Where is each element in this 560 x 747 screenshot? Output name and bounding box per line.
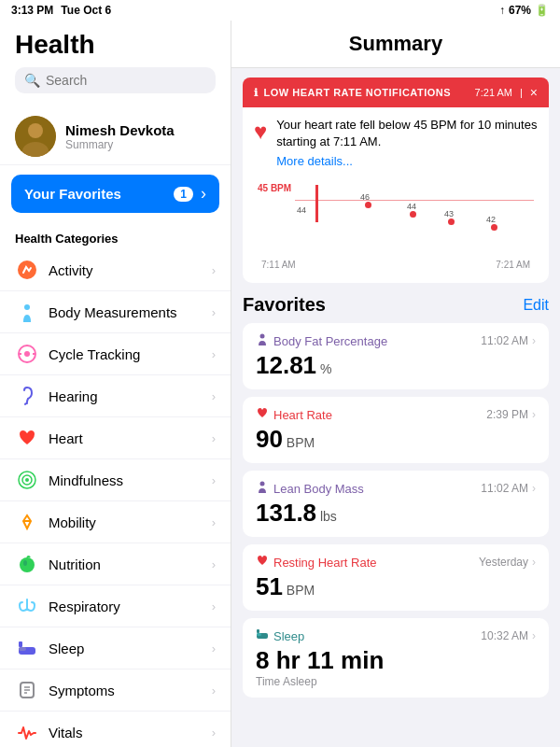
metric-chevron: ›	[532, 556, 536, 569]
profile-subtitle: Summary	[65, 138, 175, 151]
svg-point-13	[23, 560, 27, 566]
category-chevron: ›	[212, 305, 216, 319]
category-icon	[15, 552, 39, 576]
categories-section-label: Health Categories	[0, 222, 231, 249]
category-item-hearing[interactable]: Hearing ›	[0, 375, 231, 417]
metric-time: 11:02 AM	[481, 334, 528, 347]
status-time: 3:13 PM	[11, 4, 53, 17]
battery-icon: 🔋	[535, 4, 549, 17]
metric-card-sleep[interactable]: Sleep 10:32 AM › 8 hr 11 min Time Asleep	[243, 618, 549, 698]
chart-threshold-line	[295, 200, 534, 201]
metric-chevron: ›	[532, 629, 536, 642]
favorites-header: Favorites Edit	[243, 294, 549, 316]
category-chevron: ›	[212, 599, 216, 613]
category-item-nutrition[interactable]: Nutrition ›	[0, 543, 231, 585]
category-name: Respiratory	[49, 599, 120, 614]
category-icon	[15, 468, 39, 492]
category-item-heart[interactable]: Heart ›	[0, 417, 231, 459]
alert-warning-icon: ℹ	[254, 87, 259, 99]
metric-name: Sleep	[273, 629, 304, 643]
status-date: Tue Oct 6	[61, 4, 111, 17]
category-name: Symptoms	[49, 683, 115, 698]
search-input[interactable]	[46, 73, 209, 88]
svg-rect-28	[257, 629, 259, 633]
chart-time-labels: 7:11 AM 7:21 AM	[254, 260, 538, 270]
metric-card-resting-heart-rate[interactable]: Resting Heart Rate Yesterday › 51 BPM	[243, 544, 549, 611]
search-box[interactable]: 🔍	[15, 67, 216, 93]
edit-button[interactable]: Edit	[523, 297, 549, 314]
metric-card-heart-rate[interactable]: Heart Rate 2:39 PM › 90 BPM	[243, 397, 549, 463]
metric-card-lean-body-mass[interactable]: Lean Body Mass 11:02 AM › 131.8 lbs	[243, 471, 549, 537]
category-item-mobility[interactable]: Mobility ›	[0, 501, 231, 543]
alert-message: Your heart rate fell below 45 BPM for 10…	[276, 117, 538, 150]
category-icon	[15, 342, 39, 366]
sidebar-header: Health 🔍	[0, 21, 231, 108]
metric-card-body-fat-percentage[interactable]: Body Fat Percentage 11:02 AM › 12.81 %	[243, 323, 549, 389]
category-item-body-measurements[interactable]: Body Measurements ›	[0, 291, 231, 333]
metric-sub: Time Asleep	[256, 675, 536, 688]
category-item-symptoms[interactable]: Symptoms ›	[0, 669, 231, 712]
metric-icon-body-fat-percentage	[256, 332, 269, 349]
categories-list: Activity › Body Measurements › Cycle Tra…	[0, 249, 231, 747]
category-item-cycle-tracking[interactable]: Cycle Tracking ›	[0, 333, 231, 375]
metric-unit: BPM	[283, 583, 315, 598]
location-icon: ↑	[499, 4, 505, 17]
metric-name: Resting Heart Rate	[273, 556, 377, 570]
favorites-chevron: ›	[201, 184, 206, 204]
category-name: Activity	[49, 262, 93, 278]
chart-dot-43	[448, 218, 455, 225]
more-details-link[interactable]: More details...	[276, 154, 538, 168]
category-chevron: ›	[212, 684, 216, 698]
category-name: Heart	[49, 430, 83, 446]
category-chevron: ›	[212, 431, 216, 445]
category-item-activity[interactable]: Activity ›	[0, 249, 231, 291]
svg-rect-16	[19, 641, 22, 647]
right-panel-title: Summary	[246, 32, 545, 56]
metric-unit: lbs	[316, 509, 337, 524]
svg-rect-15	[19, 647, 26, 651]
metric-value: 90	[256, 425, 283, 453]
profile-row[interactable]: Nimesh Devkota Summary	[0, 108, 231, 165]
category-item-mindfulness[interactable]: Mindfulness ›	[0, 459, 231, 501]
favorites-label: Your Favorites	[24, 186, 121, 202]
favorites-section-title: Favorites	[243, 294, 326, 316]
svg-point-11	[25, 478, 29, 482]
svg-point-1	[28, 123, 43, 138]
alert-banner: ℹ LOW HEART RATE NOTIFICATIONS 7:21 AM |…	[243, 78, 549, 107]
category-name: Cycle Tracking	[49, 346, 140, 362]
heart-icon: ♥	[254, 119, 267, 145]
category-icon	[15, 510, 39, 534]
category-chevron: ›	[212, 347, 216, 361]
profile-info: Nimesh Devkota Summary	[65, 122, 175, 151]
metric-time: 11:02 AM	[481, 482, 528, 495]
sidebar-title: Health	[15, 30, 216, 60]
category-icon	[15, 678, 39, 702]
alert-close-icon[interactable]: ×	[530, 85, 538, 100]
chart-end-time: 7:21 AM	[496, 260, 530, 270]
svg-point-4	[24, 304, 30, 310]
alert-divider: |	[520, 87, 523, 98]
category-item-sleep[interactable]: Sleep ›	[0, 627, 231, 669]
favorites-button[interactable]: Your Favorites 1 ›	[11, 175, 219, 213]
chart-val-42: 42	[486, 215, 496, 224]
avatar	[15, 116, 56, 157]
main-layout: Health 🔍 Nimesh Devkota Summary	[0, 21, 560, 747]
category-icon	[15, 720, 39, 744]
category-item-vitals[interactable]: Vitals ›	[0, 712, 231, 747]
category-chevron: ›	[212, 557, 216, 571]
category-name: Mindfulness	[49, 472, 123, 488]
metric-name: Lean Body Mass	[273, 482, 364, 496]
metric-icon-lean-body-mass	[256, 480, 269, 497]
metric-icon-sleep	[256, 627, 269, 644]
metric-name: Heart Rate	[273, 408, 332, 422]
chart-val-44b: 44	[407, 202, 416, 211]
alert-card: ♥ Your heart rate fell below 45 BPM for …	[243, 107, 549, 283]
category-icon	[15, 258, 39, 282]
category-icon	[15, 426, 39, 450]
search-icon: 🔍	[24, 73, 40, 88]
chart-dot-46	[365, 202, 371, 208]
category-item-respiratory[interactable]: Respiratory ›	[0, 585, 231, 627]
category-chevron: ›	[212, 515, 216, 529]
chart-val-43: 43	[444, 209, 454, 218]
right-panel: Summary ℹ LOW HEART RATE NOTIFICATIONS 7…	[231, 21, 560, 747]
